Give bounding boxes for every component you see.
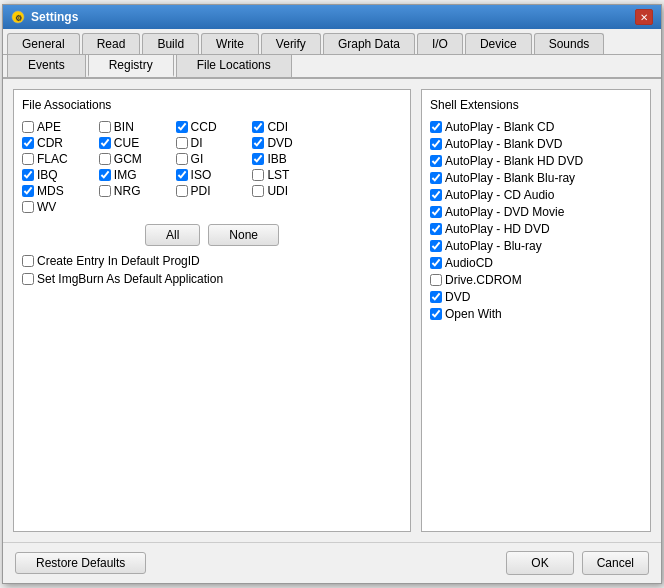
tab-registry[interactable]: Registry [88, 55, 174, 77]
checkbox-iso[interactable]: ISO [176, 168, 249, 182]
tabs-row2: Events Registry File Locations [3, 55, 661, 79]
all-none-buttons: All None [22, 224, 402, 246]
set-default-option[interactable]: Set ImgBurn As Default Application [22, 272, 402, 286]
shell-autoplay-blank-dvd[interactable]: AutoPlay - Blank DVD [430, 137, 642, 151]
file-associations-panel: File Associations APE BIN CCD CDI CDR CU… [13, 89, 411, 532]
checkbox-ape[interactable]: APE [22, 120, 95, 134]
shell-autoplay-blank-bluray[interactable]: AutoPlay - Blank Blu-ray [430, 171, 642, 185]
shell-extensions-list: AutoPlay - Blank CD AutoPlay - Blank DVD… [430, 120, 642, 321]
checkbox-mds[interactable]: MDS [22, 184, 95, 198]
restore-defaults-button[interactable]: Restore Defaults [15, 552, 146, 574]
checkbox-ibb[interactable]: IBB [252, 152, 325, 166]
all-button[interactable]: All [145, 224, 200, 246]
footer-right: OK Cancel [506, 551, 649, 575]
app-icon: ⚙ [11, 10, 25, 24]
settings-window: ⚙ Settings ✕ General Read Build Write Ve… [2, 4, 662, 584]
tab-graph-data[interactable]: Graph Data [323, 33, 415, 54]
options-section: Create Entry In Default ProgID Set ImgBu… [22, 254, 402, 286]
tab-file-locations[interactable]: File Locations [176, 55, 292, 77]
checkbox-di[interactable]: DI [176, 136, 249, 150]
create-entry-option[interactable]: Create Entry In Default ProgID [22, 254, 402, 268]
checkbox-lst[interactable]: LST [252, 168, 325, 182]
shell-autoplay-blank-hd-dvd[interactable]: AutoPlay - Blank HD DVD [430, 154, 642, 168]
checkbox-flac[interactable]: FLAC [22, 152, 95, 166]
tab-events[interactable]: Events [7, 55, 86, 77]
content-area: File Associations APE BIN CCD CDI CDR CU… [3, 79, 661, 542]
checkbox-bin[interactable]: BIN [99, 120, 172, 134]
checkbox-ccd[interactable]: CCD [176, 120, 249, 134]
checkbox-gcm[interactable]: GCM [99, 152, 172, 166]
shell-extensions-title: Shell Extensions [430, 98, 642, 112]
tab-write[interactable]: Write [201, 33, 259, 54]
tab-sounds[interactable]: Sounds [534, 33, 605, 54]
tab-read[interactable]: Read [82, 33, 141, 54]
shell-autoplay-dvd-movie[interactable]: AutoPlay - DVD Movie [430, 205, 642, 219]
svg-text:⚙: ⚙ [15, 14, 22, 23]
shell-audiocd[interactable]: AudioCD [430, 256, 642, 270]
ok-button[interactable]: OK [506, 551, 573, 575]
file-associations-grid: APE BIN CCD CDI CDR CUE DI DVD FLAC GCM … [22, 120, 402, 214]
window-title: Settings [31, 10, 78, 24]
shell-autoplay-blank-cd[interactable]: AutoPlay - Blank CD [430, 120, 642, 134]
checkbox-nrg[interactable]: NRG [99, 184, 172, 198]
tab-build[interactable]: Build [142, 33, 199, 54]
file-associations-title: File Associations [22, 98, 402, 112]
checkbox-cue[interactable]: CUE [99, 136, 172, 150]
shell-autoplay-cd-audio[interactable]: AutoPlay - CD Audio [430, 188, 642, 202]
checkbox-cdi[interactable]: CDI [252, 120, 325, 134]
shell-dvd[interactable]: DVD [430, 290, 642, 304]
shell-extensions-panel: Shell Extensions AutoPlay - Blank CD Aut… [421, 89, 651, 532]
shell-open-with[interactable]: Open With [430, 307, 642, 321]
tab-io[interactable]: I/O [417, 33, 463, 54]
checkbox-udi[interactable]: UDI [252, 184, 325, 198]
checkbox-gi[interactable]: GI [176, 152, 249, 166]
checkbox-pdi[interactable]: PDI [176, 184, 249, 198]
cancel-button[interactable]: Cancel [582, 551, 649, 575]
tabs-row1: General Read Build Write Verify Graph Da… [3, 29, 661, 55]
tab-general[interactable]: General [7, 33, 80, 54]
shell-autoplay-hd-dvd[interactable]: AutoPlay - HD DVD [430, 222, 642, 236]
title-bar-left: ⚙ Settings [11, 10, 78, 24]
checkbox-dvd[interactable]: DVD [252, 136, 325, 150]
footer: Restore Defaults OK Cancel [3, 542, 661, 583]
tab-device[interactable]: Device [465, 33, 532, 54]
shell-drive-cdrom[interactable]: Drive.CDROM [430, 273, 642, 287]
checkbox-cdr[interactable]: CDR [22, 136, 95, 150]
checkbox-wv[interactable]: WV [22, 200, 95, 214]
close-button[interactable]: ✕ [635, 9, 653, 25]
checkbox-ibq[interactable]: IBQ [22, 168, 95, 182]
title-bar: ⚙ Settings ✕ [3, 5, 661, 29]
none-button[interactable]: None [208, 224, 279, 246]
set-default-label: Set ImgBurn As Default Application [37, 272, 223, 286]
create-entry-label: Create Entry In Default ProgID [37, 254, 200, 268]
tab-verify[interactable]: Verify [261, 33, 321, 54]
shell-autoplay-bluray[interactable]: AutoPlay - Blu-ray [430, 239, 642, 253]
checkbox-img[interactable]: IMG [99, 168, 172, 182]
